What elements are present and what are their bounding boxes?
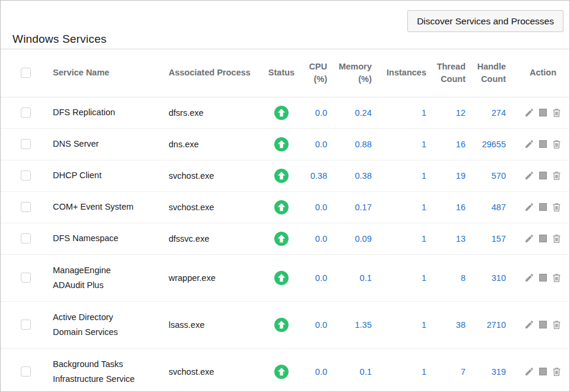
stop-button[interactable] <box>539 140 547 148</box>
row-checkbox[interactable] <box>21 320 31 330</box>
row-checkbox[interactable] <box>21 273 31 283</box>
associated-process-cell: wrapper.exe <box>158 254 266 301</box>
row-checkbox[interactable] <box>21 233 31 244</box>
col-header-service-name: Service Name <box>42 49 158 97</box>
memory-value: 0.38 <box>328 160 373 191</box>
delete-button[interactable] <box>552 202 562 213</box>
handle-count-value: 570 <box>467 160 507 191</box>
status-badge <box>266 365 297 379</box>
services-table: Service Name Associated Process Status C… <box>1 49 569 392</box>
discover-services-button[interactable]: Discover Services and Processes <box>407 10 563 32</box>
delete-button[interactable] <box>552 170 562 181</box>
memory-value: 0.1 <box>328 348 373 392</box>
col-header-associated-process: Associated Process <box>158 49 266 97</box>
thread-count-value: 7 <box>428 348 467 392</box>
instances-value: 1 <box>373 348 428 392</box>
col-header-handle-count: Handle Count <box>467 49 507 97</box>
trash-icon <box>552 108 562 118</box>
handle-count-value: 157 <box>467 223 507 254</box>
instances-value: 1 <box>373 160 428 191</box>
trash-icon <box>552 233 562 244</box>
select-all-checkbox[interactable] <box>21 68 31 78</box>
edit-button[interactable] <box>524 108 534 118</box>
delete-button[interactable] <box>552 233 562 244</box>
instances-value: 1 <box>373 254 428 301</box>
trash-icon <box>552 202 562 213</box>
pencil-icon <box>524 233 534 244</box>
pencil-icon <box>524 139 534 149</box>
trash-icon <box>552 273 562 283</box>
instances-value: 1 <box>373 128 428 160</box>
instances-value: 1 <box>373 97 428 128</box>
stop-button[interactable] <box>539 321 547 328</box>
row-actions <box>517 273 569 283</box>
delete-button[interactable] <box>552 139 562 150</box>
instances-value: 1 <box>373 191 428 223</box>
associated-process-cell: dns.exe <box>158 128 266 160</box>
row-checkbox[interactable] <box>21 170 31 181</box>
edit-button[interactable] <box>524 139 534 149</box>
edit-button[interactable] <box>524 320 534 330</box>
associated-process-cell: svchost.exe <box>158 191 266 223</box>
stop-square-icon <box>539 109 547 116</box>
col-header-instances: Instances <box>373 49 428 97</box>
delete-button[interactable] <box>552 320 562 330</box>
edit-button[interactable] <box>524 273 534 283</box>
delete-button[interactable] <box>552 108 562 118</box>
delete-button[interactable] <box>552 366 562 377</box>
status-badge <box>266 232 297 246</box>
row-checkbox[interactable] <box>21 108 31 118</box>
edit-button[interactable] <box>524 202 534 212</box>
edit-button[interactable] <box>524 366 534 377</box>
status-badge <box>266 106 297 120</box>
row-actions <box>517 202 569 213</box>
stop-button[interactable] <box>539 368 547 375</box>
stop-square-icon <box>539 235 547 242</box>
trash-icon <box>552 366 562 377</box>
associated-process-cell: lsass.exe <box>158 301 266 348</box>
col-header-action: Action <box>507 49 569 97</box>
memory-value: 0.24 <box>328 97 373 128</box>
stop-button[interactable] <box>539 274 547 282</box>
handle-count-value: 274 <box>467 97 507 128</box>
status-badge <box>266 137 297 151</box>
thread-count-value: 13 <box>428 223 467 254</box>
edit-button[interactable] <box>524 233 534 244</box>
row-checkbox[interactable] <box>21 202 31 212</box>
col-header-thread-count: Thread Count <box>428 49 467 97</box>
stop-button[interactable] <box>539 235 547 242</box>
col-header-memory: Memory (%) <box>328 49 373 97</box>
row-actions <box>517 108 569 118</box>
stop-button[interactable] <box>539 172 547 179</box>
service-name-cell: DFS Namespace <box>42 223 158 254</box>
cpu-value: 0.0 <box>297 191 328 223</box>
edit-button[interactable] <box>524 170 534 181</box>
page-title: Windows Services <box>12 33 106 46</box>
cpu-value: 0.0 <box>297 128 328 160</box>
instances-value: 1 <box>373 223 428 254</box>
col-header-cpu: CPU (%) <box>297 49 328 97</box>
thread-count-value: 19 <box>428 160 467 191</box>
memory-value: 0.1 <box>328 254 373 301</box>
row-checkbox[interactable] <box>21 366 31 377</box>
status-up-circle-icon <box>274 106 289 120</box>
stop-square-icon <box>539 140 547 148</box>
service-name-cell: Active Directory Domain Services <box>42 301 158 348</box>
table-row: DNS Server dns.exe 0.0 0.88 1 16 29655 <box>1 128 569 160</box>
status-up-circle-icon <box>274 318 289 332</box>
trash-icon <box>552 139 562 150</box>
table-row: Background Tasks Infrastructure Service … <box>1 348 569 392</box>
stop-button[interactable] <box>539 109 547 116</box>
stop-square-icon <box>539 368 547 375</box>
stop-square-icon <box>539 203 547 211</box>
row-checkbox[interactable] <box>21 139 31 149</box>
pencil-icon <box>524 366 534 377</box>
handle-count-value: 310 <box>467 254 507 301</box>
memory-value: 1.35 <box>328 301 373 348</box>
delete-button[interactable] <box>552 273 562 283</box>
thread-count-value: 16 <box>428 191 467 223</box>
pencil-icon <box>524 320 534 330</box>
stop-button[interactable] <box>539 203 547 211</box>
handle-count-value: 29655 <box>467 128 507 160</box>
pencil-icon <box>524 108 534 118</box>
